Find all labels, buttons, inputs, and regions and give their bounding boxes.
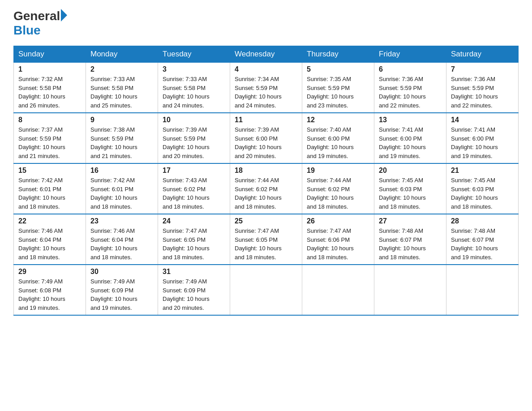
calendar-cell: 7Sunrise: 7:36 AMSunset: 5:59 PMDaylight… [446,63,519,113]
calendar-cell [302,265,374,315]
day-info: Sunrise: 7:32 AMSunset: 5:58 PMDaylight:… [18,75,81,110]
calendar-week-row: 8Sunrise: 7:37 AMSunset: 5:59 PMDaylight… [14,113,519,163]
day-info: Sunrise: 7:46 AMSunset: 6:04 PMDaylight:… [90,227,153,261]
day-info: Sunrise: 7:49 AMSunset: 6:08 PMDaylight:… [18,277,81,312]
day-number: 6 [379,65,442,73]
calendar-cell [446,265,519,315]
day-info: Sunrise: 7:47 AMSunset: 6:05 PMDaylight:… [235,227,297,261]
day-number: 21 [451,167,514,175]
calendar-cell: 31Sunrise: 7:49 AMSunset: 6:09 PMDayligh… [158,265,230,315]
day-number: 23 [90,217,153,225]
day-info: Sunrise: 7:46 AMSunset: 6:04 PMDaylight:… [18,227,81,261]
day-number: 25 [235,217,297,225]
logo-general-text: General [13,9,60,23]
day-number: 12 [307,116,369,124]
header: General Blue [13,9,519,38]
day-info: Sunrise: 7:33 AMSunset: 5:58 PMDaylight:… [163,75,225,110]
calendar-cell: 13Sunrise: 7:41 AMSunset: 6:00 PMDayligh… [374,113,446,163]
day-number: 18 [235,167,297,175]
calendar-cell: 9Sunrise: 7:38 AMSunset: 5:59 PMDaylight… [86,113,158,163]
day-info: Sunrise: 7:45 AMSunset: 6:03 PMDaylight:… [379,176,442,211]
day-info: Sunrise: 7:38 AMSunset: 5:59 PMDaylight:… [90,125,153,160]
header-saturday: Saturday [446,46,519,63]
calendar-cell: 3Sunrise: 7:33 AMSunset: 5:58 PMDaylight… [158,63,230,113]
day-number: 28 [451,217,514,225]
day-number: 5 [307,65,369,73]
calendar-cell [230,265,302,315]
day-number: 13 [379,116,442,124]
day-info: Sunrise: 7:41 AMSunset: 6:00 PMDaylight:… [379,125,442,160]
day-info: Sunrise: 7:49 AMSunset: 6:09 PMDaylight:… [90,277,153,312]
day-number: 7 [451,65,514,73]
day-number: 26 [307,217,369,225]
calendar-cell: 24Sunrise: 7:47 AMSunset: 6:05 PMDayligh… [158,214,230,265]
header-thursday: Thursday [302,46,374,63]
logo: General Blue [13,9,67,38]
calendar-cell: 30Sunrise: 7:49 AMSunset: 6:09 PMDayligh… [86,265,158,315]
day-number: 9 [90,116,153,124]
day-info: Sunrise: 7:39 AMSunset: 6:00 PMDaylight:… [235,125,297,160]
day-number: 24 [163,217,225,225]
calendar-cell: 8Sunrise: 7:37 AMSunset: 5:59 PMDaylight… [14,113,86,163]
calendar-cell: 25Sunrise: 7:47 AMSunset: 6:05 PMDayligh… [230,214,302,265]
day-info: Sunrise: 7:35 AMSunset: 5:59 PMDaylight:… [307,75,369,110]
day-number: 27 [379,217,442,225]
header-friday: Friday [374,46,446,63]
day-number: 8 [18,116,81,124]
day-number: 31 [163,268,225,276]
calendar-table: SundayMondayTuesdayWednesdayThursdayFrid… [13,46,519,316]
calendar-cell: 28Sunrise: 7:48 AMSunset: 6:07 PMDayligh… [446,214,519,265]
day-number: 17 [163,167,225,175]
header-sunday: Sunday [14,46,86,63]
calendar-week-row: 15Sunrise: 7:42 AMSunset: 6:01 PMDayligh… [14,163,519,214]
calendar-cell: 19Sunrise: 7:44 AMSunset: 6:02 PMDayligh… [302,163,374,214]
day-info: Sunrise: 7:42 AMSunset: 6:01 PMDaylight:… [90,176,153,211]
calendar-cell: 1Sunrise: 7:32 AMSunset: 5:58 PMDaylight… [14,63,86,113]
day-info: Sunrise: 7:36 AMSunset: 5:59 PMDaylight:… [451,75,514,110]
day-info: Sunrise: 7:33 AMSunset: 5:58 PMDaylight:… [90,75,153,110]
calendar-cell: 11Sunrise: 7:39 AMSunset: 6:00 PMDayligh… [230,113,302,163]
day-number: 14 [451,116,514,124]
calendar-cell: 10Sunrise: 7:39 AMSunset: 5:59 PMDayligh… [158,113,230,163]
day-info: Sunrise: 7:36 AMSunset: 5:59 PMDaylight:… [379,75,442,110]
day-info: Sunrise: 7:43 AMSunset: 6:02 PMDaylight:… [163,176,225,211]
day-number: 10 [163,116,225,124]
day-info: Sunrise: 7:44 AMSunset: 6:02 PMDaylight:… [235,176,297,211]
calendar-cell: 20Sunrise: 7:45 AMSunset: 6:03 PMDayligh… [374,163,446,214]
day-number: 22 [18,217,81,225]
calendar-cell: 5Sunrise: 7:35 AMSunset: 5:59 PMDaylight… [302,63,374,113]
calendar-cell: 12Sunrise: 7:40 AMSunset: 6:00 PMDayligh… [302,113,374,163]
header-tuesday: Tuesday [158,46,230,63]
day-number: 2 [90,65,153,73]
day-info: Sunrise: 7:48 AMSunset: 6:07 PMDaylight:… [451,227,514,261]
calendar-cell: 29Sunrise: 7:49 AMSunset: 6:08 PMDayligh… [14,265,86,315]
day-number: 4 [235,65,297,73]
calendar-cell: 18Sunrise: 7:44 AMSunset: 6:02 PMDayligh… [230,163,302,214]
day-number: 19 [307,167,369,175]
day-number: 16 [90,167,153,175]
calendar-cell: 4Sunrise: 7:34 AMSunset: 5:59 PMDaylight… [230,63,302,113]
calendar-cell: 15Sunrise: 7:42 AMSunset: 6:01 PMDayligh… [14,163,86,214]
day-info: Sunrise: 7:34 AMSunset: 5:59 PMDaylight:… [235,75,297,110]
calendar-cell: 21Sunrise: 7:45 AMSunset: 6:03 PMDayligh… [446,163,519,214]
calendar-week-row: 1Sunrise: 7:32 AMSunset: 5:58 PMDaylight… [14,63,519,113]
calendar-header-row: SundayMondayTuesdayWednesdayThursdayFrid… [14,46,519,63]
header-wednesday: Wednesday [230,46,302,63]
day-info: Sunrise: 7:47 AMSunset: 6:05 PMDaylight:… [163,227,225,261]
calendar-cell: 6Sunrise: 7:36 AMSunset: 5:59 PMDaylight… [374,63,446,113]
logo-triangle-icon [61,9,67,21]
day-number: 1 [18,65,81,73]
calendar-week-row: 22Sunrise: 7:46 AMSunset: 6:04 PMDayligh… [14,214,519,265]
day-info: Sunrise: 7:47 AMSunset: 6:06 PMDaylight:… [307,227,369,261]
day-number: 30 [90,268,153,276]
day-number: 15 [18,167,81,175]
calendar-cell: 17Sunrise: 7:43 AMSunset: 6:02 PMDayligh… [158,163,230,214]
day-number: 29 [18,268,81,276]
calendar-cell: 23Sunrise: 7:46 AMSunset: 6:04 PMDayligh… [86,214,158,265]
calendar-cell: 26Sunrise: 7:47 AMSunset: 6:06 PMDayligh… [302,214,374,265]
day-info: Sunrise: 7:40 AMSunset: 6:00 PMDaylight:… [307,125,369,160]
day-info: Sunrise: 7:41 AMSunset: 6:00 PMDaylight:… [451,125,514,160]
day-number: 20 [379,167,442,175]
day-info: Sunrise: 7:48 AMSunset: 6:07 PMDaylight:… [379,227,442,261]
day-number: 11 [235,116,297,124]
